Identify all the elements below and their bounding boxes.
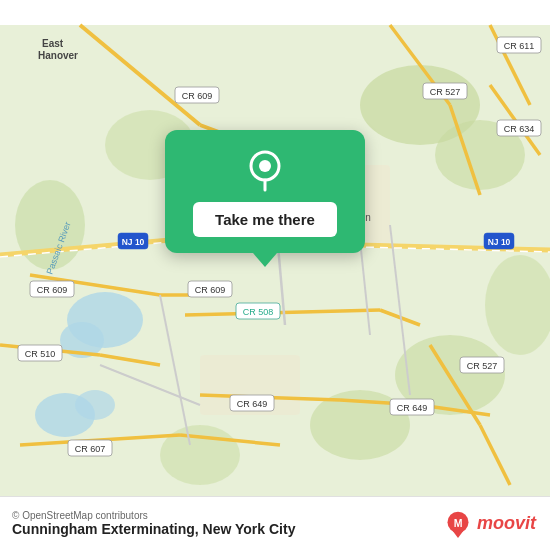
map-container: CR 609 CR 609 CR 609 CR 611 CR 527 CR 63…	[0, 0, 550, 550]
svg-text:CR 611: CR 611	[504, 41, 535, 51]
svg-text:NJ 10: NJ 10	[488, 237, 511, 247]
osm-credit: © OpenStreetMap contributors	[12, 510, 295, 521]
svg-point-76	[259, 160, 271, 172]
bottom-left-info: © OpenStreetMap contributors Cunningham …	[12, 510, 295, 537]
map-background: CR 609 CR 609 CR 609 CR 611 CR 527 CR 63…	[0, 0, 550, 550]
location-name: Cunningham Exterminating, New York City	[12, 521, 295, 537]
bottom-bar: © OpenStreetMap contributors Cunningham …	[0, 496, 550, 550]
svg-text:Hanover: Hanover	[38, 50, 78, 61]
take-me-there-button[interactable]: Take me there	[193, 202, 337, 237]
svg-text:CR 609: CR 609	[195, 285, 226, 295]
svg-text:CR 649: CR 649	[237, 399, 268, 409]
svg-text:NJ 10: NJ 10	[122, 237, 145, 247]
svg-text:East: East	[42, 38, 64, 49]
svg-text:CR 649: CR 649	[397, 403, 428, 413]
svg-marker-80	[453, 531, 464, 538]
svg-text:M: M	[454, 516, 463, 528]
location-pin-icon	[243, 148, 287, 192]
svg-text:CR 508: CR 508	[243, 307, 274, 317]
svg-point-4	[75, 390, 115, 420]
moovit-icon: M	[444, 510, 472, 538]
svg-text:CR 634: CR 634	[504, 124, 535, 134]
moovit-logo: M moovit	[444, 510, 536, 538]
svg-text:CR 609: CR 609	[182, 91, 213, 101]
svg-text:CR 609: CR 609	[37, 285, 68, 295]
svg-text:CR 527: CR 527	[430, 87, 461, 97]
svg-text:CR 607: CR 607	[75, 444, 106, 454]
popup-card: Take me there	[165, 130, 365, 253]
moovit-text: moovit	[477, 513, 536, 534]
svg-text:CR 510: CR 510	[25, 349, 56, 359]
svg-text:CR 527: CR 527	[467, 361, 498, 371]
